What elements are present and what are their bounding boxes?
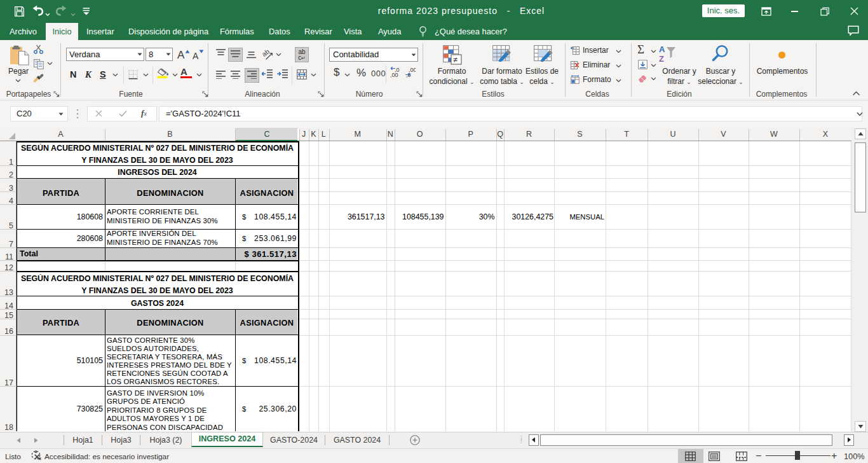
svg-text:A: A [659, 45, 665, 54]
svg-text:≠: ≠ [454, 55, 458, 64]
svg-text:ab: ab [262, 48, 271, 58]
svg-text:Z: Z [659, 54, 664, 64]
svg-text:,00: ,00 [390, 72, 398, 78]
